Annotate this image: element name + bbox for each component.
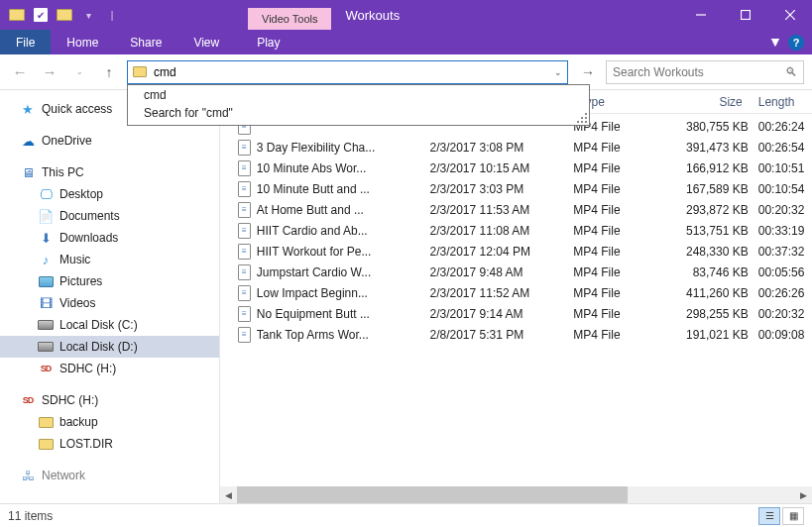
tree-documents[interactable]: 📄Documents: [0, 205, 219, 227]
file-row[interactable]: 3 Day Flexibility Cha...2/3/2017 3:08 PM…: [220, 137, 812, 158]
close-button[interactable]: [767, 0, 812, 30]
address-dropdown-icon[interactable]: ⌄: [549, 67, 567, 77]
tree-disk-c[interactable]: Local Disk (C:): [0, 314, 219, 336]
search-box[interactable]: 🔍︎: [606, 60, 804, 84]
tree-pictures[interactable]: Pictures: [0, 270, 219, 292]
window-controls: [678, 0, 812, 30]
tree-disk-d[interactable]: Local Disk (D:): [0, 336, 219, 358]
scroll-track[interactable]: [237, 486, 795, 503]
tree-backup[interactable]: backup: [0, 411, 219, 433]
go-button[interactable]: →: [576, 60, 600, 84]
svg-rect-7: [577, 121, 579, 123]
address-input[interactable]: [152, 63, 549, 81]
back-button[interactable]: ←: [8, 60, 32, 84]
forward-button[interactable]: →: [38, 60, 61, 84]
file-row[interactable]: Jumpstart Cardio W...2/3/2017 9:48 AMMP4…: [220, 262, 812, 282]
file-length: 00:10:51: [749, 161, 812, 175]
help-icon[interactable]: ?: [788, 35, 804, 51]
file-type: MP4 File: [573, 224, 676, 238]
disk-icon: [38, 317, 54, 333]
file-length: 00:10:54: [749, 182, 812, 196]
tree-label: Videos: [59, 296, 95, 310]
file-name: 10 Minute Butt and ...: [257, 182, 430, 196]
file-name: HIIT Cardio and Ab...: [257, 224, 430, 238]
tree-desktop[interactable]: 🖵Desktop: [0, 183, 219, 205]
file-type: MP4 File: [573, 161, 676, 175]
minimize-button[interactable]: [678, 0, 723, 30]
qat-new-folder-icon[interactable]: [54, 4, 75, 26]
context-tab-video-tools[interactable]: Video Tools: [248, 8, 331, 30]
file-icon: [238, 285, 251, 301]
scroll-right-icon[interactable]: ▶: [795, 486, 812, 503]
search-icon[interactable]: 🔍︎: [785, 65, 797, 79]
tree-onedrive[interactable]: ☁OneDrive: [0, 130, 219, 152]
scroll-left-icon[interactable]: ◀: [220, 486, 237, 503]
search-input[interactable]: [613, 65, 785, 79]
horizontal-scrollbar[interactable]: ◀ ▶: [220, 486, 812, 503]
folder-icon: [38, 436, 54, 452]
tab-view[interactable]: View: [177, 30, 235, 54]
tree-videos[interactable]: 🎞Videos: [0, 292, 219, 314]
file-row[interactable]: HIIT Cardio and Ab...2/3/2017 11:08 AMMP…: [220, 220, 812, 241]
file-length: 00:20:32: [749, 307, 812, 321]
address-bar[interactable]: ⌄ cmd Search for "cmd": [127, 60, 568, 84]
tree-label: Pictures: [59, 274, 102, 288]
tree-sdhc-h[interactable]: SDSDHC (H:): [0, 358, 219, 379]
tree-this-pc[interactable]: 🖥This PC: [0, 161, 219, 183]
view-icons-button[interactable]: ▦: [782, 507, 804, 525]
file-icon: [238, 223, 251, 239]
resize-grip-icon[interactable]: [575, 111, 589, 125]
file-row[interactable]: 10 Minute Abs Wor...2/3/2017 10:15 AMMP4…: [220, 158, 812, 178]
col-size[interactable]: Size: [676, 95, 749, 109]
file-type: MP4 File: [573, 328, 676, 342]
tab-share[interactable]: Share: [114, 30, 177, 54]
file-row[interactable]: Low Impact Beginn...2/3/2017 11:52 AMMP4…: [220, 282, 812, 303]
expand-ribbon-icon[interactable]: ⯆: [770, 37, 780, 48]
svg-rect-9: [585, 121, 587, 123]
view-details-button[interactable]: ☰: [758, 507, 780, 525]
file-row[interactable]: 10 Minute Butt and ...2/3/2017 3:03 PMMP…: [220, 178, 812, 199]
file-length: 00:26:54: [749, 141, 812, 155]
file-icon: [238, 264, 251, 280]
file-size: 293,872 KB: [676, 203, 748, 217]
col-length[interactable]: Length: [749, 95, 812, 109]
tree-downloads[interactable]: ⬇Downloads: [0, 227, 219, 249]
autocomplete-item[interactable]: cmd: [128, 86, 589, 104]
maximize-button[interactable]: [723, 0, 767, 30]
scroll-thumb[interactable]: [237, 486, 628, 503]
file-row[interactable]: At Home Butt and ...2/3/2017 11:53 AMMP4…: [220, 199, 812, 220]
qat-folder-icon[interactable]: [6, 4, 28, 26]
file-row[interactable]: Tank Top Arms Wor...2/8/2017 5:31 PMMP4 …: [220, 324, 812, 345]
file-length: 00:20:32: [749, 203, 812, 217]
file-name: Tank Top Arms Wor...: [257, 328, 430, 342]
tab-home[interactable]: Home: [51, 30, 114, 54]
file-rows: MP4 File380,755 KB00:26:243 Day Flexibil…: [220, 114, 812, 345]
up-button[interactable]: ↑: [97, 60, 121, 84]
file-size: 166,912 KB: [676, 161, 748, 175]
tree-label: Desktop: [59, 187, 103, 201]
tree-sdhc-h-root[interactable]: SDSDHC (H:): [0, 389, 219, 411]
file-name: Jumpstart Cardio W...: [257, 265, 430, 279]
tree-music[interactable]: ♪Music: [0, 249, 219, 270]
file-name: 10 Minute Abs Wor...: [257, 161, 430, 175]
tree-network[interactable]: 🖧Network: [0, 465, 219, 486]
file-date: 2/3/2017 9:48 AM: [430, 265, 574, 279]
qat-properties-icon[interactable]: ✔: [30, 4, 52, 26]
recent-locations-icon[interactable]: ⌄: [67, 60, 91, 84]
tree-lostdir[interactable]: LOST.DIR: [0, 433, 219, 455]
desktop-icon: 🖵: [38, 186, 54, 202]
file-row[interactable]: No Equipment Butt ...2/3/2017 9:14 AMMP4…: [220, 303, 812, 324]
file-type: MP4 File: [573, 286, 676, 300]
svg-rect-1: [741, 11, 750, 20]
tab-file[interactable]: File: [0, 30, 51, 54]
file-date: 2/3/2017 11:08 AM: [430, 224, 574, 238]
file-icon: [238, 306, 251, 322]
titlebar: ✔ ▾ | Video Tools Workouts: [0, 0, 812, 30]
autocomplete-item[interactable]: Search for "cmd": [128, 104, 589, 122]
tab-play[interactable]: Play: [241, 30, 295, 54]
qat-dropdown-icon[interactable]: ▾: [77, 4, 99, 26]
file-icon: [238, 181, 251, 197]
svg-rect-4: [585, 113, 587, 115]
file-date: 2/3/2017 12:04 PM: [430, 245, 574, 259]
file-row[interactable]: HIIT Workout for Pe...2/3/2017 12:04 PMM…: [220, 241, 812, 262]
